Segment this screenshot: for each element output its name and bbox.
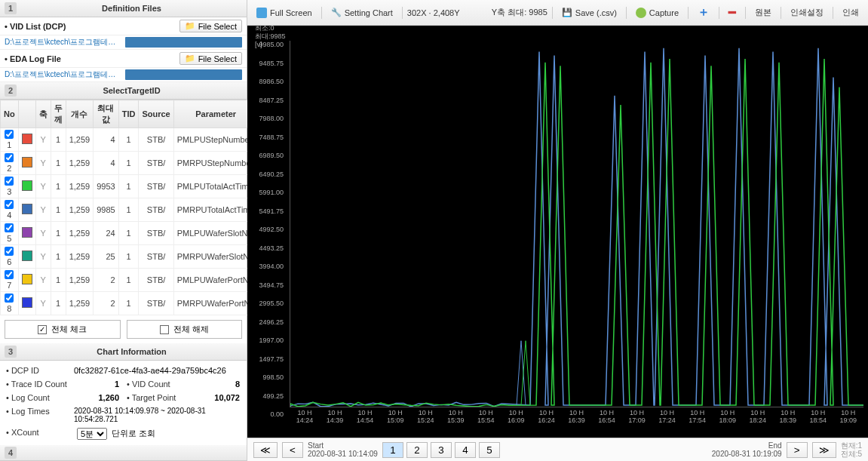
x-tick: 10 H17:54 bbox=[682, 409, 713, 433]
section-2-badge: 2 bbox=[5, 85, 17, 97]
row-checkbox[interactable] bbox=[5, 223, 14, 232]
next-page-button[interactable]: > bbox=[787, 442, 808, 458]
x-tick: 10 H19:09 bbox=[833, 409, 863, 433]
print-button[interactable]: 인쇄 bbox=[838, 5, 863, 20]
uncheck-all-button[interactable]: 전체 해제 bbox=[127, 320, 243, 339]
print-setting-button[interactable]: 인쇄설정 bbox=[786, 5, 828, 20]
page-number-button[interactable]: 2 bbox=[406, 442, 428, 458]
table-row[interactable]: 7 Y11,259 21STB/PMLPUWaferPortNo bbox=[1, 269, 259, 292]
capture-button[interactable]: Capture bbox=[631, 6, 683, 20]
add-button[interactable]: ＋ bbox=[693, 3, 714, 22]
row-checkbox[interactable] bbox=[5, 177, 14, 186]
table-row[interactable]: 1 Y11,259 41STB/PMLPUStepNumber bbox=[1, 128, 259, 152]
section-1-badge: 1 bbox=[5, 2, 17, 14]
row-checkbox[interactable] bbox=[5, 270, 14, 279]
table-row[interactable]: 3 Y11,259 99531STB/PMLPUTotalActTime bbox=[1, 175, 259, 198]
log-times: 2020-08-31 10:14:09.978 ~ 2020-08-31 10:… bbox=[74, 407, 241, 423]
folder-icon: 📁 bbox=[185, 21, 195, 31]
last-page-button[interactable]: ≫ bbox=[812, 442, 836, 458]
y-tick: 4992.50 bbox=[247, 226, 284, 233]
table-row[interactable]: 4 Y11,259 99851STB/PMRPUTotalActTime bbox=[1, 198, 259, 222]
section-1-header: 1 Definition Files bbox=[0, 0, 247, 17]
check-all-button[interactable]: ✓ 전체 체크 bbox=[5, 320, 121, 339]
section-3-header: 3 Chart Information bbox=[0, 343, 247, 361]
table-row[interactable]: 5 Y11,259 241STB/PMLPUWaferSlotNo bbox=[1, 222, 259, 245]
eda-file-path: D:\프로젝트\kctech\프로그램테스트\20231018_마무리내용\EU… bbox=[0, 68, 247, 82]
section-3-title: Chart Information bbox=[21, 347, 242, 356]
y-tick: 2496.25 bbox=[247, 318, 284, 326]
row-checkbox[interactable] bbox=[5, 153, 14, 162]
remove-button[interactable]: ━ bbox=[724, 4, 741, 21]
target-point: 10,072 bbox=[195, 393, 247, 402]
color-swatch bbox=[22, 204, 32, 214]
eda-log-label: EDA Log File bbox=[5, 54, 61, 63]
y-tick: 7488.75 bbox=[247, 134, 284, 141]
x-tick: 10 H15:24 bbox=[410, 409, 440, 433]
y-tick: 8487.25 bbox=[247, 97, 284, 104]
section-3-badge: 3 bbox=[5, 346, 17, 358]
y-tick: 998.50 bbox=[247, 373, 284, 381]
row-checkbox[interactable] bbox=[5, 130, 14, 139]
checkbox-empty-icon bbox=[160, 325, 169, 334]
row-checkbox[interactable] bbox=[5, 200, 14, 209]
eda-file-select-button[interactable]: 📁 File Select bbox=[179, 52, 242, 65]
setting-chart-button[interactable]: 🔧Setting Chart bbox=[327, 6, 397, 19]
y-tick: 5491.75 bbox=[247, 207, 284, 215]
vid-list-row: VID List (DCP) 📁 File Select bbox=[0, 17, 247, 35]
y-tick: 6490.25 bbox=[247, 171, 284, 178]
minus-icon: ━ bbox=[728, 5, 736, 20]
fullscreen-button[interactable]: Full Screen bbox=[252, 6, 317, 20]
left-panel: 1 Definition Files VID List (DCP) 📁 File… bbox=[0, 0, 247, 461]
table-row[interactable]: 6 Y11,259 251STB/PMRPUWaferSlotNo bbox=[1, 245, 259, 269]
vid-count: 8 bbox=[195, 380, 247, 389]
table-row[interactable]: 8 Y11,259 21STB/PMRPUWaferPortNo bbox=[1, 292, 259, 315]
fullscreen-icon bbox=[256, 8, 267, 18]
section-2-title: SelectTargetID bbox=[21, 86, 242, 95]
x-tick: 10 H14:39 bbox=[320, 409, 350, 433]
x-tick: 10 H16:24 bbox=[531, 409, 561, 433]
color-swatch bbox=[22, 227, 32, 238]
x-tick: 10 H14:24 bbox=[290, 409, 320, 433]
xcount-select[interactable]: 5분 bbox=[77, 428, 107, 440]
right-panel: Full Screen 🔧Setting Chart 302X · 2,408Y… bbox=[247, 0, 868, 461]
page-number-button[interactable]: 4 bbox=[455, 442, 476, 458]
y-tick: 2995.50 bbox=[247, 300, 284, 307]
y-tick: 1497.75 bbox=[247, 355, 284, 363]
row-checkbox[interactable] bbox=[5, 247, 14, 256]
section-1-title: Definition Files bbox=[21, 4, 242, 13]
parameter-table: No축두께개수최대값TIDSourceParameter 1 Y11,259 4… bbox=[0, 100, 259, 315]
prev-page-button[interactable]: < bbox=[282, 442, 303, 458]
x-tick: 10 H16:39 bbox=[561, 409, 591, 433]
trace-count: 1 bbox=[74, 380, 127, 389]
floppy-icon[interactable] bbox=[125, 37, 243, 48]
x-tick: 10 H17:24 bbox=[652, 409, 682, 433]
vid-file-select-button[interactable]: 📁 File Select bbox=[179, 20, 242, 32]
page-number-button[interactable]: 5 bbox=[479, 442, 500, 458]
chart-area[interactable]: 최소:0 최대:9985 [v] 9985.009485.758986.5084… bbox=[247, 26, 868, 438]
original-button[interactable]: 원본 bbox=[750, 5, 776, 20]
x-tick: 10 H18:09 bbox=[713, 409, 743, 433]
wrench-icon: 🔧 bbox=[331, 8, 342, 17]
y-tick: 9985.00 bbox=[247, 41, 284, 48]
table-row[interactable]: 2 Y11,259 41STB/PMRPUStepNumber bbox=[1, 152, 259, 175]
color-swatch bbox=[22, 180, 32, 191]
folder-icon: 📁 bbox=[185, 54, 195, 63]
x-tick: 10 H15:54 bbox=[471, 409, 501, 433]
row-checkbox[interactable] bbox=[5, 294, 14, 303]
vid-file-path: D:\프로젝트\kctech\프로그램테스트\20231018_마무리내용\EU… bbox=[0, 35, 247, 50]
x-tick: 10 H16:09 bbox=[501, 409, 531, 433]
first-page-button[interactable]: ≪ bbox=[253, 442, 278, 458]
page-number-button[interactable]: 1 bbox=[382, 442, 403, 458]
refresh-icon bbox=[636, 8, 646, 18]
y-tick: 5991.00 bbox=[247, 189, 284, 196]
chart-info: DCP ID0fc32827-61ce-4fa3-ae44-29a759bc4c… bbox=[0, 361, 247, 445]
floppy-icon[interactable] bbox=[125, 69, 243, 80]
x-tick: 10 H15:39 bbox=[440, 409, 471, 433]
save-csv-button[interactable]: 💾Save (.csv) bbox=[557, 6, 621, 19]
color-swatch bbox=[22, 297, 32, 308]
y-tick: 9485.75 bbox=[247, 60, 284, 67]
checkbox-icon: ✓ bbox=[38, 325, 47, 334]
page-number-button[interactable]: 3 bbox=[431, 442, 452, 458]
y-tick: 6989.50 bbox=[247, 152, 284, 159]
chart-toolbar: Full Screen 🔧Setting Chart 302X · 2,408Y… bbox=[247, 0, 868, 26]
